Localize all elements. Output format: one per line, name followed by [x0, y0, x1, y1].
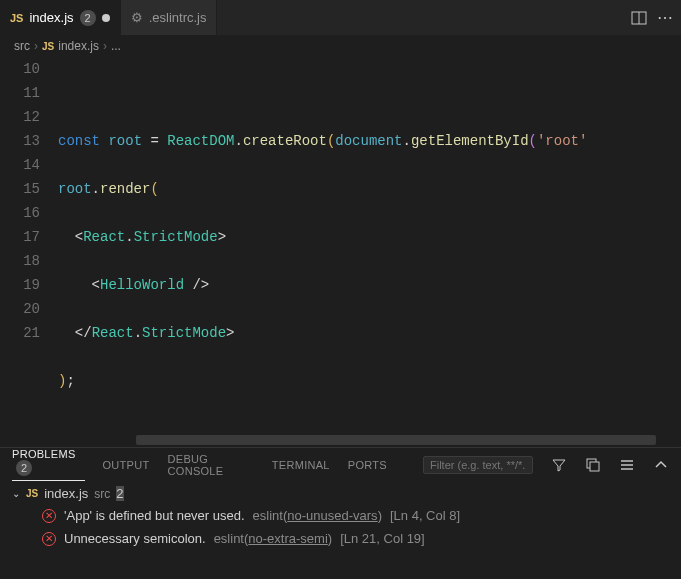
- problem-source: eslint(no-extra-semi): [214, 531, 333, 546]
- code-editor[interactable]: 10 11 12 13 14 15 16 17 18 19 20 21 cons…: [0, 57, 681, 447]
- chevron-right-icon: ›: [34, 39, 38, 53]
- problem-file-dir: src: [94, 487, 110, 501]
- code-line: [58, 81, 681, 105]
- collapse-all-icon[interactable]: [585, 457, 601, 473]
- view-as-list-icon[interactable]: [619, 457, 635, 473]
- line-number-gutter: 10 11 12 13 14 15 16 17 18 19 20 21: [0, 57, 58, 447]
- code-line: const root = ReactDOM.createRoot(documen…: [58, 129, 681, 153]
- problem-message: Unnecessary semicolon.: [64, 531, 206, 546]
- filter-icon[interactable]: [551, 457, 567, 473]
- svg-rect-3: [590, 462, 599, 471]
- panel-tab-ports[interactable]: PORTS: [348, 459, 387, 471]
- js-file-icon: JS: [42, 41, 54, 52]
- bottom-panel: PROBLEMS2 OUTPUT DEBUG CONSOLE TERMINAL …: [0, 447, 681, 558]
- js-file-icon: JS: [26, 488, 38, 499]
- breadcrumb-file[interactable]: index.js: [58, 39, 99, 53]
- panel-tab-bar: PROBLEMS2 OUTPUT DEBUG CONSOLE TERMINAL …: [0, 448, 681, 481]
- code-content[interactable]: const root = ReactDOM.createRoot(documen…: [58, 57, 681, 447]
- problem-location: [Ln 21, Col 19]: [340, 531, 425, 546]
- breadcrumb[interactable]: src › JS index.js › ...: [0, 35, 681, 57]
- chevron-down-icon: ⌄: [12, 488, 20, 499]
- error-icon: ✕: [42, 532, 56, 546]
- tab-error-badge: 2: [80, 10, 96, 26]
- editor-actions: ⋯: [623, 0, 681, 35]
- config-file-icon: ⚙: [131, 10, 143, 25]
- panel-chevron-up-icon[interactable]: [653, 457, 669, 473]
- breadcrumb-symbol[interactable]: ...: [111, 39, 121, 53]
- problem-count-badge: 2: [116, 486, 123, 501]
- code-line: );: [58, 369, 681, 393]
- tab-label: .eslintrc.js: [149, 10, 207, 25]
- tab-index-js[interactable]: JS index.js 2: [0, 0, 121, 35]
- problem-message: 'App' is defined but never used.: [64, 508, 245, 523]
- problem-item[interactable]: ✕ Unnecessary semicolon. eslint(no-extra…: [8, 527, 673, 550]
- problem-file-group[interactable]: ⌄ JS index.js src 2: [8, 483, 673, 504]
- error-icon: ✕: [42, 509, 56, 523]
- more-actions-icon[interactable]: ⋯: [657, 10, 673, 26]
- chevron-right-icon: ›: [103, 39, 107, 53]
- problem-location: [Ln 4, Col 8]: [390, 508, 460, 523]
- code-line: <HelloWorld />: [58, 273, 681, 297]
- breadcrumb-folder[interactable]: src: [14, 39, 30, 53]
- problems-list: ⌄ JS index.js src 2 ✕ 'App' is defined b…: [0, 481, 681, 558]
- code-line: </React.StrictMode>: [58, 321, 681, 345]
- unsaved-indicator-icon: [102, 14, 110, 22]
- code-line: <React.StrictMode>: [58, 225, 681, 249]
- problem-item[interactable]: ✕ 'App' is defined but never used. eslin…: [8, 504, 673, 527]
- problem-source: eslint(no-unused-vars): [253, 508, 382, 523]
- tab-label: index.js: [29, 10, 73, 25]
- js-file-icon: JS: [10, 12, 23, 24]
- split-editor-icon[interactable]: [631, 10, 647, 26]
- problem-file-name: index.js: [44, 486, 88, 501]
- code-line: root.render(: [58, 177, 681, 201]
- panel-tab-debug-console[interactable]: DEBUG CONSOLE: [168, 453, 254, 477]
- panel-tab-problems[interactable]: PROBLEMS2: [12, 448, 85, 481]
- tab-eslintrc-js[interactable]: ⚙ .eslintrc.js: [121, 0, 218, 35]
- panel-tab-terminal[interactable]: TERMINAL: [272, 459, 330, 471]
- problems-filter-input[interactable]: [423, 456, 533, 474]
- editor-tab-bar: JS index.js 2 ⚙ .eslintrc.js ⋯: [0, 0, 681, 35]
- horizontal-scrollbar[interactable]: [136, 435, 656, 445]
- panel-tab-output[interactable]: OUTPUT: [103, 459, 150, 471]
